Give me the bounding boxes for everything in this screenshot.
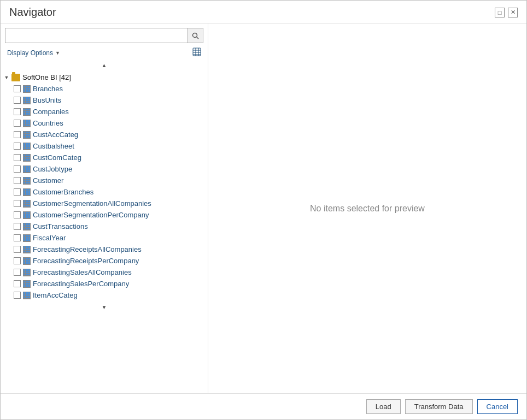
item-label: Customer: [33, 176, 63, 185]
item-label: CustAccCateg: [33, 131, 78, 139]
item-checkbox[interactable]: [14, 108, 21, 115]
left-panel: Display Options ▼ ▲: [1, 23, 208, 393]
item-checkbox[interactable]: [14, 85, 21, 92]
search-icon: [192, 32, 199, 39]
list-item[interactable]: ForecastingReceiptsPerCompany: [1, 255, 208, 267]
table-icon: [23, 85, 31, 93]
item-label: ForecastingSalesAllCompanies: [33, 268, 132, 276]
search-input[interactable]: [5, 29, 188, 42]
item-checkbox[interactable]: [14, 269, 21, 276]
item-checkbox[interactable]: [14, 257, 21, 264]
list-item[interactable]: ForecastingSalesAllCompanies: [1, 267, 208, 278]
list-item[interactable]: Custbalsheet: [1, 140, 208, 152]
item-checkbox[interactable]: [14, 223, 21, 230]
scroll-down-arrow[interactable]: ▼: [1, 303, 208, 311]
item-label: FiscalYear: [33, 234, 66, 242]
item-checkbox[interactable]: [14, 246, 21, 253]
list-item[interactable]: CustomerSegmentationPerCompany: [1, 209, 208, 221]
item-label: ForecastingReceiptsAllCompanies: [33, 245, 142, 253]
root-label: SoftOne BI [42]: [22, 73, 71, 81]
table-icon: [23, 269, 31, 276]
item-checkbox[interactable]: [14, 154, 21, 161]
tree-root: ▼ SoftOne BI [42] Branches BusUnits: [1, 69, 208, 303]
dialog-title: Navigator: [9, 6, 56, 19]
table-icon: [23, 120, 31, 127]
table-icon: [23, 177, 31, 185]
list-item[interactable]: FiscalYear: [1, 232, 208, 244]
list-item[interactable]: CustComCateg: [1, 152, 208, 163]
navigator-dialog: Navigator □ ✕ Display Option: [0, 0, 527, 420]
list-item[interactable]: Companies: [1, 106, 208, 117]
list-item[interactable]: CustomerBranches: [1, 186, 208, 198]
item-checkbox[interactable]: [14, 97, 21, 104]
no-preview-text: No items selected for preview: [310, 204, 425, 214]
item-label: ItemAccCateg: [33, 291, 78, 299]
table-icon: [23, 211, 31, 219]
table-icon: [23, 223, 31, 230]
item-label: Countries: [33, 119, 63, 127]
svg-line-1: [197, 37, 199, 39]
search-bar: [5, 28, 203, 43]
title-bar: Navigator □ ✕: [1, 1, 526, 23]
tree-container[interactable]: ▲ ▼ SoftOne BI [42] Branches: [1, 61, 208, 393]
maximize-button[interactable]: □: [495, 8, 505, 17]
list-item[interactable]: ForecastingReceiptsAllCompanies: [1, 244, 208, 255]
item-checkbox[interactable]: [14, 177, 21, 184]
close-button[interactable]: ✕: [508, 8, 518, 17]
table-icon: [23, 97, 31, 104]
list-item[interactable]: CustAccCateg: [1, 129, 208, 140]
table-view-icon: [192, 48, 201, 56]
item-checkbox[interactable]: [14, 143, 21, 150]
item-label: CustomerSegmentationAllCompanies: [33, 199, 151, 208]
item-label: BusUnits: [33, 96, 61, 104]
dialog-body: Display Options ▼ ▲: [1, 23, 526, 393]
table-icon: [23, 280, 31, 288]
scroll-up-arrow[interactable]: ▲: [1, 61, 208, 69]
table-icon: [23, 154, 31, 162]
item-checkbox[interactable]: [14, 200, 21, 207]
list-item[interactable]: Customer: [1, 175, 208, 186]
transform-data-button[interactable]: Transform Data: [405, 399, 473, 414]
search-button[interactable]: [188, 28, 203, 43]
item-checkbox[interactable]: [14, 292, 21, 299]
item-checkbox[interactable]: [14, 131, 21, 138]
footer: Load Transform Data Cancel: [1, 393, 526, 419]
table-icon: [23, 257, 31, 265]
item-label: CustTransactions: [33, 222, 88, 230]
item-checkbox[interactable]: [14, 280, 21, 287]
table-view-button[interactable]: [190, 46, 203, 59]
item-label: CustomerBranches: [33, 188, 93, 196]
toolbar: Display Options ▼: [1, 45, 208, 61]
list-item[interactable]: CustTransactions: [1, 221, 208, 232]
item-label: CustomerSegmentationPerCompany: [33, 211, 149, 219]
collapse-arrow-icon: ▼: [4, 75, 9, 80]
display-options-button[interactable]: Display Options ▼: [5, 48, 62, 58]
list-item[interactable]: Branches: [1, 83, 208, 94]
item-checkbox[interactable]: [14, 211, 21, 218]
svg-point-0: [193, 33, 197, 37]
item-label: Custbalsheet: [33, 142, 74, 150]
folder-icon: [11, 74, 20, 81]
list-item[interactable]: Countries: [1, 117, 208, 129]
list-item[interactable]: ItemAccCateg: [1, 289, 208, 301]
list-item[interactable]: CustomerSegmentationAllCompanies: [1, 198, 208, 209]
load-button[interactable]: Load: [366, 399, 401, 414]
item-checkbox[interactable]: [14, 234, 21, 241]
tree-root-item[interactable]: ▼ SoftOne BI [42]: [1, 72, 208, 83]
list-item[interactable]: CustJobtype: [1, 163, 208, 175]
table-icon: [23, 246, 31, 253]
item-label: Companies: [33, 108, 69, 116]
cancel-button[interactable]: Cancel: [477, 399, 518, 414]
list-item[interactable]: BusUnits: [1, 94, 208, 106]
item-checkbox[interactable]: [14, 120, 21, 127]
dropdown-arrow-icon: ▼: [55, 50, 60, 56]
item-checkbox[interactable]: [14, 165, 21, 173]
title-bar-controls: □ ✕: [495, 8, 518, 17]
list-item[interactable]: ForecastingSalesPerCompany: [1, 278, 208, 289]
table-icon: [23, 108, 31, 116]
table-icon: [23, 188, 31, 196]
table-icon: [23, 292, 31, 299]
preview-panel: No items selected for preview: [208, 23, 526, 393]
item-checkbox[interactable]: [14, 188, 21, 196]
item-label: CustJobtype: [33, 165, 72, 173]
